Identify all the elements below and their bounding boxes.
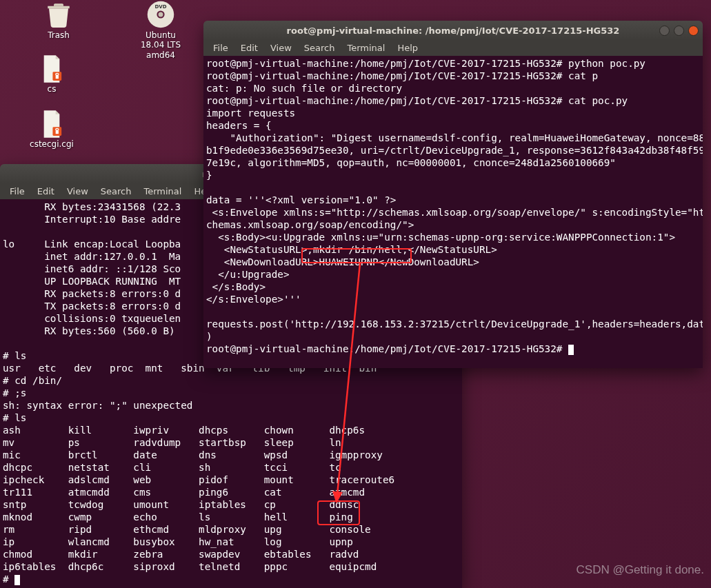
cursor-icon (568, 345, 574, 355)
trash-icon (44, 0, 73, 29)
menu-edit[interactable]: Edit (32, 185, 60, 198)
terminal-window-front[interactable]: root@pmj-virtual-machine: /home/pmj/Iot/… (203, 21, 703, 368)
desktop-icon-label: cs (28, 84, 76, 94)
menu-terminal[interactable]: Terminal (138, 185, 187, 198)
desktop-icon-label: Trash (34, 30, 83, 40)
menu-search[interactable]: Search (299, 41, 341, 54)
menu-file[interactable]: File (208, 41, 234, 54)
svg-point-2 (159, 12, 163, 17)
menu-view[interactable]: View (265, 41, 297, 54)
desktop-icon-label: Ubuntu 18.04 LTS amd64 (134, 30, 187, 60)
menu-view[interactable]: View (61, 185, 94, 198)
desktop-icon-cs[interactable]: cs (28, 55, 76, 94)
menu-edit[interactable]: Edit (235, 41, 263, 54)
desktop-icon-trash[interactable]: Trash (34, 0, 83, 40)
dvd-icon: DVD (146, 0, 175, 29)
file-icon (40, 110, 63, 138)
menu-help[interactable]: Help (392, 41, 423, 54)
window-title: root@pmj-virtual-machine: /home/pmj/Iot/… (203, 26, 703, 36)
menu-file[interactable]: File (4, 185, 30, 198)
desktop-icon-ubuntu[interactable]: DVD Ubuntu 18.04 LTS amd64 (134, 0, 187, 60)
desktop-icon-label: cstecgi.cgi (28, 139, 76, 149)
terminal-output[interactable]: root@pmj-virtual-machine:/home/pmj/Iot/C… (203, 56, 703, 368)
watermark: CSDN @Getting it done. (577, 563, 704, 577)
desktop-icon-cstecgi[interactable]: cstecgi.cgi (28, 110, 76, 149)
close-button[interactable] (688, 26, 699, 36)
maximize-button[interactable] (674, 26, 684, 36)
cursor-icon (14, 575, 20, 585)
minimize-button[interactable] (659, 26, 670, 36)
menubar[interactable]: File Edit View Search Terminal Help (203, 40, 703, 56)
menu-search[interactable]: Search (95, 185, 137, 198)
menu-terminal[interactable]: Terminal (341, 41, 390, 54)
window-titlebar[interactable]: root@pmj-virtual-machine: /home/pmj/Iot/… (203, 21, 703, 40)
svg-rect-5 (56, 75, 59, 79)
file-icon (40, 55, 63, 83)
svg-rect-7 (56, 130, 59, 134)
svg-text:DVD: DVD (154, 4, 166, 10)
